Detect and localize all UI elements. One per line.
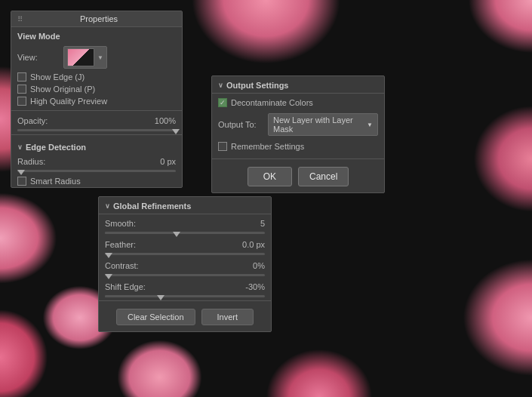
contrast-row: Contrast: 0%	[99, 257, 271, 272]
properties-title-bar: ⠿ Properties	[11, 11, 182, 27]
contrast-value: 0%	[253, 261, 265, 270]
feather-value: 0.0 px	[242, 240, 265, 249]
smooth-row: Smooth: 5	[99, 214, 271, 230]
decontaminate-label: Decontaminate Colors	[231, 98, 313, 107]
radius-slider-thumb	[17, 170, 25, 175]
output-to-dropdown[interactable]: New Layer with Layer Mask ▼	[268, 113, 378, 136]
radius-value: 0 px	[160, 157, 176, 166]
clear-selection-button[interactable]: Clear Selection	[116, 309, 195, 325]
view-mode-label: View Mode	[17, 32, 60, 41]
output-to-label: Output To:	[218, 120, 263, 129]
view-chevron-icon: ▼	[97, 54, 103, 61]
high-quality-row: High Quality Preview	[11, 95, 182, 107]
view-label: View:	[17, 53, 59, 62]
smart-radius-checkbox[interactable]	[17, 177, 26, 186]
global-title: Global Refinements	[113, 202, 191, 211]
output-title-bar: ∨ Output Settings	[212, 76, 384, 94]
smooth-slider-row	[99, 230, 271, 234]
remember-row: Remember Settings	[212, 139, 384, 155]
opacity-slider-thumb	[172, 129, 180, 134]
view-mode-section: View Mode	[11, 27, 182, 44]
output-settings-panel: ∨ Output Settings ✓ Decontaminate Colors…	[211, 75, 385, 193]
remember-label: Remember Settings	[231, 142, 304, 151]
opacity-slider-fill	[17, 129, 176, 131]
invert-button[interactable]: Invert	[201, 309, 254, 325]
view-dropdown[interactable]: ▼	[63, 46, 107, 69]
high-quality-checkbox[interactable]	[17, 97, 26, 106]
smooth-slider-fill	[105, 232, 177, 234]
output-title: Output Settings	[226, 81, 289, 90]
global-refinements-panel: ∨ Global Refinements Smooth: 5 Feather: …	[98, 196, 272, 332]
grip-icon: ⠿	[17, 15, 22, 23]
global-arrow-icon: ∨	[105, 202, 110, 210]
smart-radius-label: Smart Radius	[30, 177, 81, 186]
view-row: View: ▼	[11, 44, 182, 71]
show-original-label: Show Original (P)	[30, 85, 95, 94]
show-edge-label: Show Edge (J)	[30, 72, 85, 82]
feather-slider[interactable]	[105, 253, 265, 255]
opacity-row: Opacity: 100%	[11, 114, 182, 128]
high-quality-label: High Quality Preview	[30, 97, 107, 106]
shift-edge-slider-row	[99, 294, 271, 297]
global-divider	[99, 300, 271, 301]
clear-invert-row: Clear Selection Invert	[99, 304, 271, 331]
ok-button[interactable]: OK	[248, 167, 292, 186]
feather-row: Feather: 0.0 px	[99, 235, 271, 251]
opacity-slider-row	[11, 128, 182, 131]
properties-title: Properties	[80, 14, 118, 23]
properties-panel: ⠿ Properties View Mode View: ▼ Show Edge…	[11, 11, 183, 188]
contrast-slider[interactable]	[105, 274, 265, 276]
radius-row: Radius: 0 px	[11, 155, 182, 168]
contrast-label: Contrast:	[105, 261, 146, 270]
smooth-label: Smooth:	[105, 219, 146, 228]
edge-detection-section: ∨ Edge Detection	[11, 138, 182, 155]
output-to-value: New Layer with Layer Mask	[273, 115, 364, 134]
output-divider	[212, 158, 384, 159]
smooth-value: 5	[260, 219, 265, 228]
shift-edge-slider-thumb	[157, 295, 165, 300]
output-to-row: Output To: New Layer with Layer Mask ▼	[212, 110, 384, 139]
remember-checkbox[interactable]	[218, 142, 227, 151]
feather-slider-row	[99, 251, 271, 255]
edge-arrow-icon: ∨	[17, 143, 23, 151]
smart-radius-row: Smart Radius	[11, 174, 182, 187]
ok-cancel-row: OK Cancel	[212, 162, 384, 192]
smooth-slider-thumb	[173, 232, 180, 237]
smooth-slider[interactable]	[105, 232, 265, 234]
radius-label: Radius:	[17, 157, 59, 166]
edge-detection-label: Edge Detection	[26, 143, 86, 152]
show-original-checkbox[interactable]	[17, 85, 26, 94]
radius-slider-row	[11, 168, 182, 172]
radius-slider[interactable]	[17, 170, 176, 172]
feather-slider-thumb	[105, 253, 112, 258]
shift-edge-row: Shift Edge: -30%	[99, 278, 271, 294]
divider-2	[11, 134, 182, 135]
shift-edge-label: Shift Edge:	[105, 282, 146, 291]
show-original-row: Show Original (P)	[11, 83, 182, 95]
output-to-chevron-icon: ▼	[367, 122, 373, 128]
contrast-slider-row	[99, 272, 271, 276]
contrast-slider-thumb	[105, 274, 112, 279]
decontaminate-row: ✓ Decontaminate Colors	[212, 94, 384, 110]
opacity-slider[interactable]	[17, 129, 176, 131]
global-title-bar: ∨ Global Refinements	[99, 197, 271, 214]
opacity-label: Opacity:	[17, 116, 59, 125]
show-edge-row: Show Edge (J)	[11, 71, 182, 83]
shift-edge-slider-fill	[105, 295, 161, 297]
shift-edge-value: -30%	[245, 282, 265, 291]
feather-label: Feather:	[105, 240, 146, 249]
opacity-value: 100%	[155, 116, 176, 125]
view-thumbnail	[67, 48, 94, 66]
shift-edge-slider[interactable]	[105, 295, 265, 297]
divider-1	[11, 110, 182, 111]
output-arrow-icon: ∨	[218, 82, 223, 89]
decontaminate-checkbox[interactable]: ✓	[218, 98, 227, 107]
cancel-button[interactable]: Cancel	[298, 167, 349, 186]
show-edge-checkbox[interactable]	[17, 72, 26, 82]
